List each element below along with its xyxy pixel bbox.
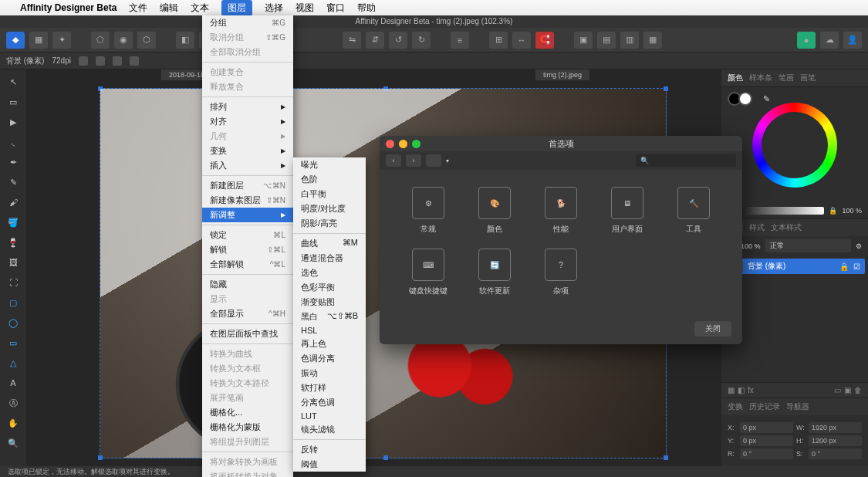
transform-x[interactable]: 0 px <box>740 422 793 433</box>
stroke-swatch[interactable] <box>738 92 752 106</box>
menu-item[interactable]: 锁定⌘L <box>202 228 293 242</box>
tool-btn[interactable]: ◧ <box>176 32 194 49</box>
order-icon[interactable]: ▤ <box>597 32 616 49</box>
menu-item[interactable]: 变换 <box>202 144 293 158</box>
pencil-tool-icon[interactable]: ✎ <box>5 174 22 190</box>
artboard-tool-icon[interactable]: ▭ <box>5 94 22 110</box>
move-tool-icon[interactable]: ↖ <box>5 74 22 90</box>
submenu-item[interactable]: 选色 <box>293 266 366 280</box>
ctx-icon[interactable] <box>113 56 122 66</box>
cloud-icon[interactable]: ☁ <box>820 32 839 49</box>
submenu-item[interactable]: 曲线⌘M <box>293 236 366 251</box>
order-icon[interactable]: ▥ <box>620 32 639 49</box>
menubar[interactable]: Affinity Designer Beta 文件 编辑 文本 图层 选择 视图… <box>0 0 868 15</box>
submenu-item[interactable]: 黑白⌥⇧⌘B <box>293 310 366 324</box>
submenu-item[interactable]: 阴影/高亮 <box>293 216 366 231</box>
prefs-search[interactable]: 🔍 <box>636 154 736 167</box>
gear-icon[interactable]: ⚙ <box>856 242 862 250</box>
menu-item[interactable]: 栅格化... <box>202 405 293 420</box>
submenu-item[interactable]: LUT <box>293 410 366 422</box>
tab-styles[interactable]: 样式 <box>749 222 765 233</box>
blend-mode-select[interactable]: 正常 <box>765 239 851 252</box>
submenu-item[interactable]: 曝光 <box>293 157 366 172</box>
pen-tool-icon[interactable]: ✒ <box>5 154 22 170</box>
prefs-item[interactable]: 🖥用户界面 <box>594 187 660 235</box>
submenu-item[interactable]: 明度/对比度 <box>293 201 366 216</box>
back-button[interactable]: ‹ <box>386 154 401 167</box>
new-adjustment-submenu[interactable]: 曝光色阶白平衡明度/对比度阴影/高亮曲线⌘M通道混合器选色色彩平衡渐变贴图黑白⌥… <box>293 157 366 472</box>
menu-item[interactable]: 全部解锁^⌘L <box>202 257 293 272</box>
tool-btn[interactable]: ◉ <box>114 32 133 49</box>
selection-handle[interactable] <box>98 86 103 91</box>
magnet-icon[interactable]: 🧲 <box>535 32 554 49</box>
menu-window[interactable]: 窗口 <box>326 2 345 15</box>
panel-icon[interactable]: ▭ <box>834 386 841 394</box>
document-tab[interactable]: timg (2).jpeg <box>535 69 589 80</box>
submenu-item[interactable]: 色调分离 <box>293 351 366 366</box>
rotate-cw-icon[interactable]: ↻ <box>412 32 431 49</box>
submenu-item[interactable]: 镜头滤镜 <box>293 422 366 437</box>
app-name[interactable]: Affinity Designer Beta <box>20 2 117 13</box>
shape-rrect-icon[interactable]: ▭ <box>5 335 22 350</box>
tab-navigator[interactable]: 导航器 <box>786 401 809 412</box>
menu-item[interactable]: 解锁⇧⌘L <box>202 242 293 257</box>
submenu-item[interactable]: HSL <box>293 324 366 337</box>
menu-item[interactable]: 分组⌘G <box>202 15 293 30</box>
place-tool-icon[interactable]: 🖼 <box>5 255 22 270</box>
menu-edit[interactable]: 编辑 <box>160 2 178 15</box>
submenu-item[interactable]: 反转 <box>293 442 366 457</box>
menu-help[interactable]: 帮助 <box>357 2 376 15</box>
lock-icon[interactable]: 🔒 <box>829 207 837 215</box>
submenu-item[interactable]: 分离色调 <box>293 395 366 410</box>
layer-row[interactable]: 背景 (像素) 🔒 ☑ <box>724 259 865 274</box>
menu-item[interactable]: 新建像素图层⇧⌘N <box>202 193 293 208</box>
prefs-item[interactable]: ?杂项 <box>528 249 594 296</box>
prefs-item[interactable]: ⌨键盘快捷键 <box>395 249 461 296</box>
submenu-item[interactable]: 渐变贴图 <box>293 295 366 310</box>
submenu-item[interactable]: 色阶 <box>293 172 366 187</box>
panel-icon[interactable]: fx <box>748 386 754 394</box>
trash-icon[interactable]: 🗑 <box>854 386 862 394</box>
ctx-icon[interactable] <box>79 56 88 66</box>
selection-handle[interactable] <box>383 455 388 460</box>
close-button[interactable]: 关闭 <box>694 321 731 337</box>
grid-view-icon[interactable] <box>426 154 441 167</box>
fill-tool-icon[interactable]: 🪣 <box>5 215 22 230</box>
tab-transform[interactable]: 变换 <box>728 401 743 412</box>
menu-item[interactable]: 在图层面板中查找 <box>202 326 293 341</box>
snap-icon[interactable]: ⊞ <box>489 32 508 49</box>
tab-color[interactable]: 颜色 <box>728 73 743 83</box>
ctx-icon[interactable] <box>130 56 139 66</box>
text-tool-icon[interactable]: A <box>5 375 22 391</box>
prefs-item[interactable]: 🔨工具 <box>660 187 727 235</box>
tab-brushes[interactable]: 画笔 <box>800 73 816 83</box>
submenu-item[interactable]: 再上色 <box>293 337 366 351</box>
menu-item[interactable]: 插入 <box>202 158 293 173</box>
zoom-tool-icon[interactable]: 🔍 <box>5 435 22 451</box>
node-tool-icon[interactable]: ▶ <box>5 114 22 130</box>
status-icon[interactable]: ● <box>797 32 816 49</box>
shape-rect-icon[interactable]: ▢ <box>5 295 22 310</box>
persona-designer-icon[interactable]: ◆ <box>6 32 25 49</box>
tool-btn[interactable]: ⬠ <box>91 32 110 49</box>
rotate-ccw-icon[interactable]: ↺ <box>389 32 407 49</box>
hand-tool-icon[interactable]: ✋ <box>5 415 22 431</box>
user-icon[interactable]: 👤 <box>843 32 862 49</box>
menu-item[interactable]: 排列 <box>202 100 293 114</box>
flip-v-icon[interactable]: ⇵ <box>366 32 384 49</box>
submenu-item[interactable]: 软打样 <box>293 381 366 395</box>
persona-export-icon[interactable]: ✦ <box>52 32 71 49</box>
prefs-item[interactable]: 🐕性能 <box>528 187 594 235</box>
persona-pixel-icon[interactable]: ▦ <box>29 32 48 49</box>
crop-tool-icon[interactable]: ⛶ <box>5 275 22 290</box>
menu-text[interactable]: 文本 <box>191 2 209 15</box>
color-triangle[interactable] <box>780 134 826 174</box>
transparency-tool-icon[interactable]: 🍷 <box>5 235 22 250</box>
menu-item[interactable]: 对齐 <box>202 114 293 129</box>
submenu-item[interactable]: 通道混合器 <box>293 251 366 266</box>
layer-opacity[interactable]: 100 % <box>741 242 761 250</box>
flip-h-icon[interactable]: ⇋ <box>343 32 361 49</box>
transform-w[interactable]: 1920 px <box>809 422 862 433</box>
lock-icon[interactable]: 🔒 <box>839 262 849 271</box>
preferences-dialog[interactable]: 首选项 ‹ › ▾ 🔍 ⚙常规🎨颜色🐕性能🖥用户界面🔨工具⌨键盘快捷键🔄软件更新… <box>380 136 742 344</box>
